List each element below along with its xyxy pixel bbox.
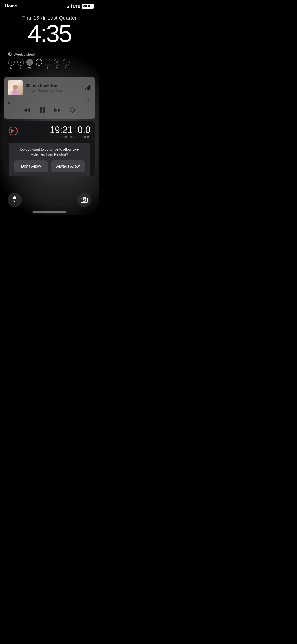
- streak-day-s2: [63, 59, 70, 66]
- svg-rect-5: [90, 85, 91, 90]
- progress-times: 0:10 -29:50: [8, 98, 91, 102]
- svg-point-12: [70, 108, 75, 112]
- streak-label: Weekly streak: [14, 52, 36, 56]
- streak-days: ×: [8, 59, 91, 66]
- media-controls: [8, 106, 91, 115]
- progress-bar[interactable]: [8, 103, 91, 103]
- pause-button[interactable]: [39, 106, 46, 115]
- date-section: Thu 16 ◑ Last Quarter 4:35: [0, 15, 99, 46]
- peloton-logo-small-icon: [8, 52, 12, 57]
- carrier-label: Home: [5, 4, 17, 9]
- dont-allow-button[interactable]: Don't Allow: [14, 160, 48, 172]
- camera-button[interactable]: [77, 193, 91, 207]
- pace-stat: 19:21 min / mi: [50, 125, 73, 139]
- forward-button[interactable]: [54, 107, 61, 115]
- peloton-live-card: 19:21 min / mi 0.0 miles Do you want to …: [4, 121, 95, 176]
- media-subtitle: Joslyn Thompson Rule: [26, 89, 82, 93]
- permission-buttons: Don't Allow Always Allow: [14, 160, 85, 172]
- streak-day-t1: [17, 59, 24, 66]
- day-label-t2: T: [36, 67, 42, 70]
- signal-icon: [67, 4, 72, 8]
- svg-marker-11: [58, 108, 60, 112]
- peloton-logo-icon: [9, 126, 18, 138]
- battery-indicator: 68: [82, 4, 94, 9]
- pace-value: 19:21: [50, 125, 73, 135]
- streak-day-s1: ×: [54, 59, 60, 66]
- day-labels: M T W T F S S: [8, 67, 91, 70]
- progress-section[interactable]: 0:10 -29:50: [8, 98, 91, 103]
- svg-rect-2: [87, 87, 88, 90]
- flashlight-button[interactable]: [8, 193, 22, 207]
- current-time: 0:10: [8, 98, 13, 102]
- streak-header: Weekly streak: [8, 52, 91, 57]
- media-title: 30 min Funk Run: [26, 83, 82, 88]
- svg-rect-1: [85, 88, 86, 90]
- streak-day-t2: [36, 59, 42, 66]
- distance-value: 0.0: [78, 125, 90, 135]
- svg-point-0: [8, 52, 12, 55]
- svg-marker-7: [27, 108, 30, 112]
- media-signal-icon: [85, 85, 91, 91]
- svg-rect-3: [88, 86, 89, 90]
- svg-rect-4: [89, 85, 90, 90]
- day-label-w: W: [26, 67, 33, 70]
- permission-banner: Do you want to continue to allow Live Ac…: [9, 143, 90, 176]
- day-label-t1: T: [17, 67, 24, 70]
- permission-message: Do you want to continue to allow Live Ac…: [14, 147, 85, 157]
- battery-level: 68: [83, 4, 87, 8]
- svg-point-13: [9, 127, 17, 135]
- status-right: LTE 68: [67, 4, 94, 9]
- streak-day-f: [45, 59, 51, 66]
- svg-rect-9: [43, 107, 45, 113]
- svg-rect-8: [40, 107, 42, 113]
- battery-icon: [88, 5, 92, 7]
- peloton-stats: 19:21 min / mi 0.0 miles: [9, 125, 90, 143]
- media-top: 30 min Funk Run Joslyn Thompson Rule: [8, 80, 91, 95]
- rewind-button[interactable]: [23, 107, 30, 115]
- instructor-figure: [12, 85, 19, 95]
- day-label-f: F: [45, 67, 51, 70]
- day-label-m: M: [8, 67, 15, 70]
- media-player-card: 30 min Funk Run Joslyn Thompson Rule 0:1…: [4, 77, 95, 119]
- streak-day-w: [26, 59, 33, 66]
- day-label-s2: S: [63, 67, 70, 70]
- svg-point-17: [83, 199, 86, 202]
- progress-thumb: [8, 102, 10, 104]
- streak-day-m: [8, 59, 15, 66]
- status-bar: Home LTE 68: [0, 0, 99, 11]
- always-allow-button[interactable]: Always Allow: [51, 160, 85, 172]
- network-type: LTE: [73, 4, 80, 8]
- home-indicator: [32, 211, 67, 213]
- airplay-button[interactable]: [69, 107, 76, 114]
- day-label-s1: S: [54, 67, 60, 70]
- stats-group: 19:21 min / mi 0.0 miles: [50, 125, 90, 139]
- distance-stat: 0.0 miles: [78, 125, 90, 139]
- bottom-controls: [0, 193, 99, 207]
- remaining-time: -29:50: [83, 98, 91, 102]
- distance-unit: miles: [78, 135, 90, 139]
- pace-unit: min / mi: [50, 135, 73, 139]
- svg-rect-15: [13, 197, 16, 199]
- media-artwork: [8, 80, 23, 95]
- media-info: 30 min Funk Run Joslyn Thompson Rule: [26, 83, 82, 92]
- streak-widget: Weekly streak × M T W T F S: [5, 49, 94, 72]
- time-display: 4:35: [0, 21, 99, 46]
- svg-marker-10: [54, 108, 57, 112]
- svg-marker-6: [24, 108, 27, 112]
